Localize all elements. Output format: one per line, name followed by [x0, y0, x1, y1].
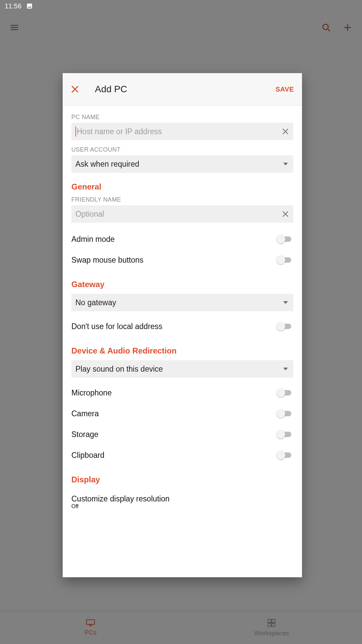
camera-toggle[interactable]: [277, 409, 293, 419]
row-swap-mouse[interactable]: Swap mouse buttons: [71, 250, 293, 270]
row-microphone-label: Microphone: [71, 388, 112, 397]
pc-name-input[interactable]: [75, 126, 281, 137]
section-gateway: Gateway: [71, 280, 293, 289]
row-custom-display-label: Customize display resolution: [71, 494, 293, 503]
clear-icon[interactable]: [282, 128, 289, 135]
audio-select[interactable]: Play sound on this device: [71, 360, 293, 378]
no-local-gateway-toggle[interactable]: [277, 321, 293, 331]
dialog-title: Add PC: [95, 84, 127, 95]
row-storage[interactable]: Storage: [71, 424, 293, 445]
user-account-select[interactable]: Ask when required: [71, 155, 293, 173]
clipboard-toggle[interactable]: [277, 450, 293, 460]
row-swap-mouse-label: Swap mouse buttons: [71, 256, 143, 265]
add-pc-dialog: Add PC SAVE PC NAME USER ACCOUNT Ask whe…: [63, 73, 302, 577]
row-custom-display[interactable]: Customize display resolution Off: [71, 489, 293, 515]
row-admin-mode-label: Admin mode: [71, 235, 115, 244]
friendly-name-label: FRIENDLY NAME: [71, 196, 293, 203]
row-clipboard[interactable]: Clipboard: [71, 445, 293, 466]
pc-name-label: PC NAME: [71, 114, 293, 121]
gateway-value: No gateway: [75, 298, 283, 307]
row-custom-display-value: Off: [71, 503, 293, 509]
row-admin-mode[interactable]: Admin mode: [71, 229, 293, 250]
chevron-down-icon: [283, 163, 288, 165]
close-icon[interactable]: [71, 85, 79, 93]
pc-name-field[interactable]: [71, 123, 293, 140]
row-camera[interactable]: Camera: [71, 403, 293, 424]
user-account-value: Ask when required: [75, 160, 283, 169]
dialog-body: PC NAME USER ACCOUNT Ask when required G…: [63, 106, 302, 577]
microphone-toggle[interactable]: [277, 388, 293, 398]
audio-value: Play sound on this device: [75, 365, 283, 374]
swap-mouse-toggle[interactable]: [277, 255, 293, 265]
row-clipboard-label: Clipboard: [71, 451, 104, 460]
section-device-audio: Device & Audio Redirection: [71, 346, 293, 356]
row-microphone[interactable]: Microphone: [71, 382, 293, 403]
chevron-down-icon: [283, 368, 288, 370]
row-no-local-gateway[interactable]: Don't use for local address: [71, 316, 293, 337]
admin-mode-toggle[interactable]: [277, 234, 293, 244]
dialog-header: Add PC SAVE: [63, 73, 302, 106]
row-camera-label: Camera: [71, 409, 99, 418]
gateway-select[interactable]: No gateway: [71, 294, 293, 311]
clear-icon[interactable]: [282, 211, 289, 217]
section-display: Display: [71, 475, 293, 484]
friendly-name-field[interactable]: [71, 205, 293, 223]
storage-toggle[interactable]: [277, 429, 293, 439]
friendly-name-input[interactable]: [75, 210, 281, 219]
section-general: General: [71, 182, 293, 192]
user-account-label: USER ACCOUNT: [71, 146, 293, 153]
chevron-down-icon: [283, 301, 288, 304]
save-button[interactable]: SAVE: [276, 86, 294, 93]
row-no-local-gateway-label: Don't use for local address: [71, 322, 163, 331]
row-storage-label: Storage: [71, 430, 99, 439]
